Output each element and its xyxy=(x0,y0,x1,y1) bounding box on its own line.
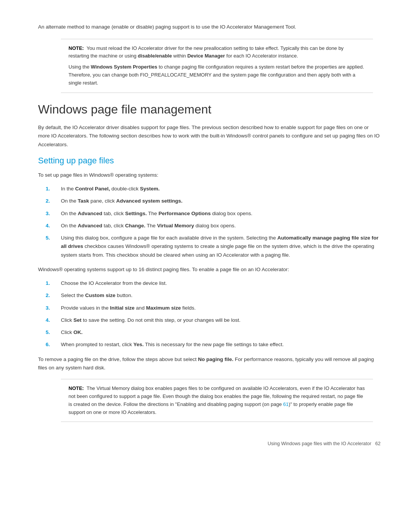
note-label: NOTE: xyxy=(68,45,84,51)
main-section-body: By default, the IO Accelerator driver di… xyxy=(38,123,381,149)
step-text: On the Advanced tab, click Change. The V… xyxy=(61,222,236,230)
step-2-1: Choose the IO Accelerator from the devic… xyxy=(46,279,381,288)
note-box-bottom: NOTE: The Virtual Memory dialog box enab… xyxy=(61,379,373,422)
steps-list-1: In the Control Panel, double-click Syste… xyxy=(46,185,381,259)
step-text: Choose the IO Accelerator from the devic… xyxy=(61,279,167,288)
ending-paragraph: To remove a paging file on the drive, fo… xyxy=(38,355,381,372)
step-1-3: On the Advanced tab, click Settings. The… xyxy=(46,209,381,218)
note-bottom-label: NOTE: xyxy=(68,385,84,391)
middle-paragraph: Windows® operating systems support up to… xyxy=(38,265,381,274)
step-2-2: Select the Custom size button. xyxy=(46,291,381,300)
page-link[interactable]: 61 xyxy=(283,401,288,407)
footer: Using Windows page files with the IO Acc… xyxy=(38,437,381,446)
step-1-1: In the Control Panel, double-click Syste… xyxy=(46,185,381,193)
note-top-line2: Using the Windows System Properties to c… xyxy=(68,63,365,87)
note-box-top: NOTE: You must reload the IO Accelerator… xyxy=(61,39,373,93)
step-text: When prompted to restart, click Yes. Thi… xyxy=(61,340,284,349)
step-text: Click Set to save the setting. Do not om… xyxy=(61,316,241,324)
step-text: On the Task pane, click Advanced system … xyxy=(61,197,182,205)
step-text: On the Advanced tab, click Settings. The… xyxy=(61,209,252,218)
note-bottom-text: NOTE: The Virtual Memory dialog box enab… xyxy=(68,385,365,416)
footer-text: Using Windows page files with the IO Acc… xyxy=(268,441,371,446)
main-section-title: Windows page file management xyxy=(38,102,381,117)
step-1-2: On the Task pane, click Advanced system … xyxy=(46,197,381,205)
step-text: Provide values in the Initial size and M… xyxy=(61,304,196,312)
step-2-5: Click OK. xyxy=(46,328,381,337)
subsection-intro: To set up page files in Windows® operati… xyxy=(38,171,381,179)
footer-page-num: 62 xyxy=(375,441,381,446)
step-text: Using this dialog box, configure a page … xyxy=(61,234,381,259)
step-text: In the Control Panel, double-click Syste… xyxy=(61,185,160,193)
step-text: Click OK. xyxy=(61,328,83,337)
subsection-title: Setting up page files xyxy=(38,156,381,166)
steps-list-2: Choose the IO Accelerator from the devic… xyxy=(46,279,381,349)
step-1-5: Using this dialog box, configure a page … xyxy=(46,234,381,259)
step-2-6: When prompted to restart, click Yes. Thi… xyxy=(46,340,381,349)
step-2-4: Click Set to save the setting. Do not om… xyxy=(46,316,381,324)
step-1-4: On the Advanced tab, click Change. The V… xyxy=(46,222,381,230)
note-top-line1: NOTE: You must reload the IO Accelerator… xyxy=(68,45,365,61)
step-text: Select the Custom size button. xyxy=(61,291,132,300)
intro-paragraph: An alternate method to manage (enable or… xyxy=(38,23,381,31)
step-2-3: Provide values in the Initial size and M… xyxy=(46,304,381,312)
